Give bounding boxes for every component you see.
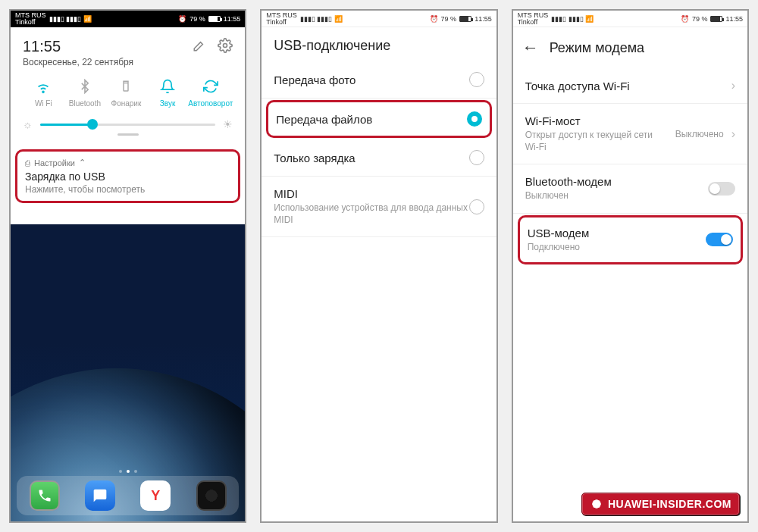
battery-icon [459, 16, 471, 22]
carrier-2: Tinkoff [15, 19, 46, 26]
qs-wifi[interactable]: Wi Fi [23, 78, 64, 108]
page-title: USB-подключение [262, 27, 496, 61]
page-title: Режим модема [550, 40, 644, 56]
radio-on-icon [467, 111, 482, 127]
bell-icon [159, 78, 176, 95]
back-arrow-icon[interactable]: ← [522, 38, 539, 58]
notification-subtitle: Нажмите, чтобы посмотреть [25, 184, 230, 195]
app-phone[interactable] [30, 480, 60, 511]
app-messages[interactable] [85, 480, 115, 511]
qs-flashlight[interactable]: Фонарик [105, 78, 147, 108]
usb-notification[interactable]: ⎙ Настройки ⌃ Зарядка по USB Нажмите, чт… [15, 149, 240, 203]
item-usb-tether[interactable]: USB-модем Подключено [520, 217, 741, 262]
svg-rect-2 [124, 83, 128, 92]
item-wifi-hotspot[interactable]: Точка доступа Wi-Fi › [513, 68, 747, 104]
screen-2-usb-connection: MTS RUS Tinkoff ▮▮▮▯ ▮▮▮▯ 📶 ⏰ 79 % 11:55… [260, 9, 497, 523]
item-bluetooth-tether[interactable]: Bluetooth-модем Выключен [513, 164, 747, 213]
chevron-right-icon: › [731, 127, 735, 141]
toggle-off[interactable] [708, 182, 735, 196]
signal-icon: ▮▮▮▯ ▮▮▮▯ 📶 [49, 15, 92, 23]
sun-low-icon: ☼ [23, 118, 33, 130]
panel-clock: 11:55 [23, 38, 133, 55]
svg-point-0 [224, 44, 227, 48]
bluetooth-icon [77, 78, 93, 95]
edit-icon[interactable] [192, 38, 207, 53]
app-camera[interactable] [196, 480, 227, 511]
signal-icon: ▮▮▮▯ ▮▮▮▯ 📶 [300, 15, 343, 23]
gear-icon[interactable] [218, 38, 233, 53]
panel-date: Воскресенье, 22 сентября [23, 57, 133, 67]
highlighted-item: USB-модем Подключено [518, 215, 743, 264]
screen-1-notification-shade: MTS RUS Tinkoff ▮▮▮▯ ▮▮▮▯ 📶 ⏰ 79 % 11:55… [9, 9, 246, 523]
alarm-icon: ⏰ [178, 15, 186, 23]
page-dots [119, 470, 137, 473]
panel-handle[interactable] [117, 133, 139, 136]
flashlight-icon [117, 78, 134, 95]
clock: 11:55 [224, 15, 241, 23]
item-wifi-bridge[interactable]: Wi-Fi-мост Открыт доступ к текущей сети … [513, 104, 747, 164]
radio-off-icon [469, 150, 484, 165]
status-bar: MTS RUS Tinkoff ▮▮▮▯ ▮▮▮▯ 📶 ⏰ 79 % 11:55 [262, 11, 496, 27]
option-file-transfer[interactable]: Передача файлов [268, 102, 489, 136]
option-charge-only[interactable]: Только зарядка [262, 139, 496, 177]
quick-settings-panel: 11:55 Воскресенье, 22 сентября Wi Fi Blu… [15, 32, 240, 142]
watermark: HUAWEI-INSIDER.COM [581, 493, 740, 515]
rotate-icon [202, 78, 219, 95]
wifi-icon [35, 78, 52, 95]
chevron-right-icon: › [731, 79, 735, 92]
brightness-slider[interactable]: ☼ ☀ [23, 118, 233, 130]
option-photo-transfer[interactable]: Передача фото [262, 61, 496, 99]
manage-notifications-link[interactable]: Управление уведомлениями [15, 208, 240, 224]
qs-bluetooth[interactable]: Bluetooth [64, 78, 106, 108]
screen-3-tethering: MTS RUS Tinkoff ▮▮▮▯ ▮▮▮▯ 📶 ⏰ 79 % 11:55… [512, 9, 749, 523]
usb-icon: ⎙ [25, 158, 30, 167]
battery-pct: 79 % [190, 15, 205, 23]
status-bar: MTS RUS Tinkoff ▮▮▮▯ ▮▮▮▯ 📶 ⏰ 79 % 11:55 [11, 11, 245, 27]
qs-autorotate[interactable]: Автоповорот [188, 78, 233, 108]
radio-off-icon [469, 199, 484, 214]
wallpaper: Y [11, 224, 245, 521]
signal-icon: ▮▮▮▯ ▮▮▮▯ 📶 [551, 15, 594, 23]
battery-icon [710, 16, 722, 22]
status-bar: MTS RUS Tinkoff ▮▮▮▯ ▮▮▮▯ 📶 ⏰ 79 % 11:55 [513, 11, 747, 27]
notification-title: Зарядка по USB [25, 171, 230, 183]
option-midi[interactable]: MIDI Использование устройства для ввода … [262, 177, 496, 237]
svg-point-1 [42, 91, 44, 92]
qs-sound[interactable]: Звук [147, 78, 189, 108]
app-yandex[interactable]: Y [140, 480, 171, 511]
toggle-on[interactable] [706, 233, 733, 246]
chevron-up-icon: ⌃ [79, 158, 86, 167]
dock: Y [17, 476, 239, 515]
battery-icon [208, 16, 221, 22]
highlighted-option: Передача файлов [266, 100, 491, 138]
sun-high-icon: ☀ [223, 118, 233, 130]
radio-off-icon [469, 72, 484, 87]
huawei-logo-icon [590, 497, 603, 511]
